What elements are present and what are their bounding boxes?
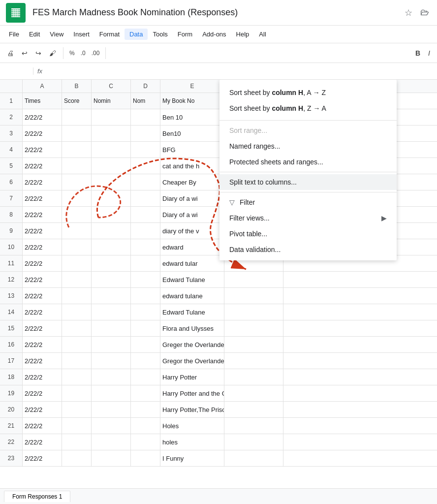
cell-a5[interactable]: 2/22/2 xyxy=(23,158,62,174)
cell-c5[interactable] xyxy=(92,158,131,174)
cell-f18[interactable] xyxy=(224,369,283,385)
cell-c21[interactable] xyxy=(92,418,131,434)
table-row[interactable]: 21 2/22/2 Holes xyxy=(0,418,437,434)
col-header-d[interactable]: D xyxy=(131,80,160,93)
cell-e6[interactable]: Cheaper By xyxy=(160,174,224,190)
cell-d19[interactable] xyxy=(131,385,160,401)
cell-f15[interactable] xyxy=(224,320,283,336)
cell-b23[interactable] xyxy=(62,450,92,466)
cell-e12[interactable]: Edward Tulane xyxy=(160,272,224,287)
cell-e19[interactable]: Harry Potter and the Goblet of Fire xyxy=(160,385,224,401)
cell-c18[interactable] xyxy=(92,369,131,385)
cell-e21[interactable]: Holes xyxy=(160,418,224,434)
cell-a1[interactable]: Times xyxy=(23,93,62,109)
cell-e5[interactable]: cat and the h xyxy=(160,158,224,174)
cell-b11[interactable] xyxy=(62,255,92,271)
cell-d1[interactable]: Nom xyxy=(131,93,160,109)
cell-c1[interactable]: Nomin xyxy=(92,93,131,109)
cell-d22[interactable] xyxy=(131,434,160,450)
cell-c4[interactable] xyxy=(92,142,131,158)
cell-b19[interactable] xyxy=(62,385,92,401)
cell-c8[interactable] xyxy=(92,207,131,222)
cell-c15[interactable] xyxy=(92,320,131,336)
pivot-table-item[interactable]: Pivot table... xyxy=(219,226,397,242)
cell-a6[interactable]: 2/22/2 xyxy=(23,174,62,190)
cell-e8[interactable]: Diary of a wi xyxy=(160,207,224,222)
cell-reference-input[interactable] xyxy=(4,67,33,75)
filter-views-item[interactable]: Filter views... ▶ xyxy=(219,210,397,226)
cell-b3[interactable] xyxy=(62,126,92,141)
cell-d8[interactable] xyxy=(131,207,160,222)
menu-form[interactable]: Form xyxy=(173,29,197,40)
cell-f22[interactable] xyxy=(224,434,283,450)
cell-b10[interactable] xyxy=(62,239,92,255)
cell-f19[interactable] xyxy=(224,385,283,401)
cell-d18[interactable] xyxy=(131,369,160,385)
cell-d6[interactable] xyxy=(131,174,160,190)
named-ranges-item[interactable]: Named ranges... xyxy=(219,138,397,154)
cell-a4[interactable]: 2/22/2 xyxy=(23,142,62,158)
cell-a9[interactable]: 2/22/2 xyxy=(23,223,62,239)
cell-e11[interactable]: edward tular xyxy=(160,255,224,271)
bold-button[interactable]: B xyxy=(412,47,423,59)
table-row[interactable]: 19 2/22/2 Harry Potter and the Goblet of… xyxy=(0,385,437,402)
cell-e2[interactable]: Ben 10 xyxy=(160,109,224,125)
cell-d14[interactable] xyxy=(131,304,160,320)
cell-b4[interactable] xyxy=(62,142,92,158)
cell-c16[interactable] xyxy=(92,337,131,352)
italic-button[interactable]: I xyxy=(425,47,433,59)
cell-e18[interactable]: Harry Potter xyxy=(160,369,224,385)
cell-a14[interactable]: 2/22/2 xyxy=(23,304,62,320)
col-header-e[interactable]: E xyxy=(160,80,224,93)
folder-button[interactable]: 🗁 xyxy=(418,5,431,20)
sheet-tab-responses[interactable]: Form Responses 1 xyxy=(4,491,70,502)
redo-button[interactable]: ↪ xyxy=(32,47,44,59)
menu-all[interactable]: All xyxy=(254,29,271,40)
table-row[interactable]: 20 2/22/2 Harry Potter,The Prisoner of A… xyxy=(0,402,437,418)
cell-d23[interactable] xyxy=(131,450,160,466)
cell-b8[interactable] xyxy=(62,207,92,222)
cell-a10[interactable]: 2/22/2 xyxy=(23,239,62,255)
cell-c20[interactable] xyxy=(92,402,131,417)
cell-a12[interactable]: 2/22/2 xyxy=(23,272,62,287)
cell-b15[interactable] xyxy=(62,320,92,336)
col-header-b[interactable]: B xyxy=(62,80,92,93)
cell-e9[interactable]: diary of the v xyxy=(160,223,224,239)
cell-d11[interactable] xyxy=(131,255,160,271)
cell-b21[interactable] xyxy=(62,418,92,434)
cell-e15[interactable]: Flora and Ulysses xyxy=(160,320,224,336)
cell-e1[interactable]: My Book No xyxy=(160,93,224,109)
cell-b9[interactable] xyxy=(62,223,92,239)
cell-d21[interactable] xyxy=(131,418,160,434)
menu-view[interactable]: View xyxy=(45,29,68,40)
cell-d10[interactable] xyxy=(131,239,160,255)
cell-a15[interactable]: 2/22/2 xyxy=(23,320,62,336)
table-row[interactable]: 16 2/22/2 Greger the Overlander xyxy=(0,337,437,353)
cell-e13[interactable]: edward tulane xyxy=(160,288,224,304)
table-row[interactable]: 15 2/22/2 Flora and Ulysses xyxy=(0,320,437,337)
menu-insert[interactable]: Insert xyxy=(68,29,94,40)
cell-c11[interactable] xyxy=(92,255,131,271)
cell-b13[interactable] xyxy=(62,288,92,304)
cell-d4[interactable] xyxy=(131,142,160,158)
cell-a18[interactable]: 2/22/2 xyxy=(23,369,62,385)
cell-a19[interactable]: 2/22/2 xyxy=(23,385,62,401)
undo-button[interactable]: ↩ xyxy=(19,47,31,59)
cell-f21[interactable] xyxy=(224,418,283,434)
cell-e7[interactable]: Diary of a wi xyxy=(160,190,224,206)
cell-d20[interactable] xyxy=(131,402,160,417)
table-row[interactable]: 17 2/22/2 Gregor the Overlander xyxy=(0,353,437,369)
cell-e14[interactable]: Edward Tulane xyxy=(160,304,224,320)
cell-f16[interactable] xyxy=(224,337,283,352)
split-text-item[interactable]: Split text to columns... xyxy=(219,174,397,190)
cell-b2[interactable] xyxy=(62,109,92,125)
cell-d2[interactable] xyxy=(131,109,160,125)
print-button[interactable]: 🖨 xyxy=(4,47,17,59)
cell-b18[interactable] xyxy=(62,369,92,385)
table-row[interactable]: 23 2/22/2 I Funny xyxy=(0,450,437,467)
cell-f13[interactable] xyxy=(224,288,283,304)
cell-c17[interactable] xyxy=(92,353,131,369)
cell-e3[interactable]: Ben10 xyxy=(160,126,224,141)
cell-d16[interactable] xyxy=(131,337,160,352)
cell-b12[interactable] xyxy=(62,272,92,287)
